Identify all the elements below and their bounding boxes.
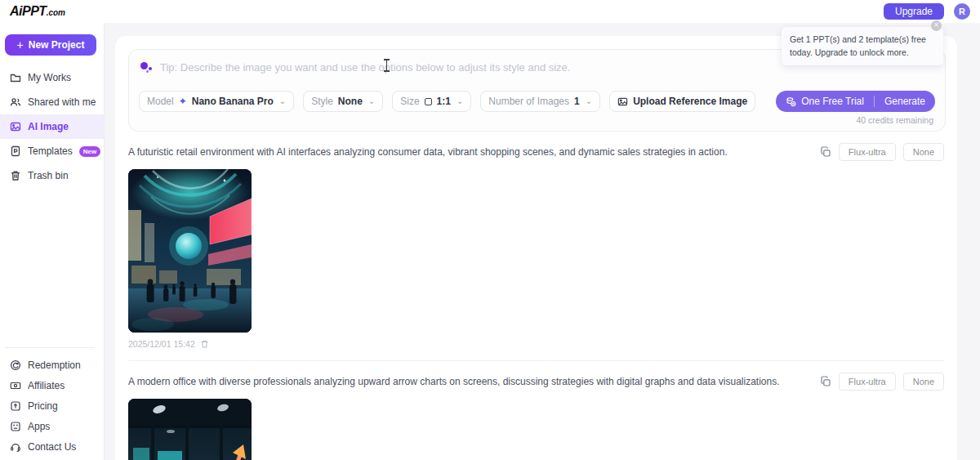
generate-button-group: One Free Trial Generate (776, 91, 935, 112)
pricing-icon (10, 400, 21, 412)
upload-reference-image-button[interactable]: Upload Reference Image (609, 91, 755, 112)
chevron-down-icon: ⌄ (279, 97, 286, 105)
sidebar-item-apps[interactable]: Apps (0, 416, 100, 436)
sidebar-item-redemption[interactable]: Redemption (0, 355, 100, 375)
model-tag[interactable]: Flux-ultra (839, 143, 896, 161)
magic-sparkle-icon (140, 61, 152, 73)
template-doc-icon (10, 145, 21, 157)
delete-generation-button[interactable] (200, 339, 209, 349)
redemption-icon (10, 360, 21, 371)
sidebar-item-ai-image[interactable]: AI Image (0, 114, 104, 139)
model-sparkle-icon: ✦ (179, 96, 187, 107)
banknote-icon (10, 380, 21, 391)
image-count-select[interactable]: Number of Images 1 ⌄ (480, 91, 600, 112)
ai-image-icon (10, 121, 21, 132)
size-select[interactable]: Size 1:1 ⌄ (392, 91, 471, 112)
top-bar: AiPPT.com Upgrade R (0, 0, 980, 23)
content-panel: Tip: Describe the image you want and use… (115, 36, 957, 460)
people-icon (10, 96, 21, 108)
upload-image-icon (617, 96, 628, 107)
generation-timestamp: 2025/12/01 15:42 (128, 339, 195, 349)
sidebar-item-affiliates[interactable]: Affiliates (0, 375, 100, 395)
style-tag[interactable]: None (903, 373, 944, 391)
trash-icon (10, 170, 21, 181)
history-row: A futuristic retail environment with AI … (128, 143, 944, 361)
chevron-down-icon: ⌄ (457, 97, 463, 105)
one-free-trial-button[interactable]: One Free Trial (776, 91, 874, 112)
sidebar: + New Project My Works Shared with me AI… (0, 23, 105, 460)
copy-icon (820, 376, 831, 387)
user-avatar[interactable]: R (954, 3, 970, 20)
apps-icon (10, 421, 21, 432)
credits-remaining: 40 credits remaining (129, 115, 945, 131)
prompt-placeholder: Tip: Describe the image you want and use… (160, 60, 570, 74)
copy-prompt-button[interactable] (820, 146, 831, 158)
trash-icon (200, 339, 209, 349)
main-area: Tip: Describe the image you want and use… (105, 23, 980, 460)
sidebar-item-templates[interactable]: Templates New (0, 139, 104, 163)
history-row: A modern office with diverse professiona… (128, 373, 944, 460)
plus-icon: + (17, 39, 24, 51)
prompt-text: A modern office with diverse professiona… (128, 376, 820, 387)
style-tag[interactable]: None (903, 143, 944, 161)
sidebar-item-my-works[interactable]: My Works (0, 65, 104, 90)
model-tag[interactable]: Flux-ultra (839, 373, 896, 391)
upgrade-button[interactable]: Upgrade (884, 3, 944, 20)
copy-prompt-button[interactable] (820, 376, 831, 387)
sidebar-item-pricing[interactable]: Pricing (0, 395, 100, 416)
chevron-down-icon: ⌄ (586, 97, 592, 105)
text-cursor-icon (383, 59, 390, 72)
aippt-logo: AiPPT.com (10, 4, 65, 19)
generated-image-futuristic-retail[interactable] (128, 169, 252, 333)
row-divider (128, 360, 944, 361)
coins-icon (786, 96, 796, 107)
chevron-down-icon: ⌄ (368, 97, 375, 105)
style-select[interactable]: Style None ⌄ (303, 91, 383, 112)
model-select[interactable]: Model ✦ Nano Banana Pro ⌄ (139, 91, 294, 112)
sidebar-divider (5, 347, 95, 348)
copy-icon (820, 146, 831, 158)
free-quota-tooltip: × Get 1 PPT(s) and 2 template(s) free to… (782, 27, 943, 65)
headset-icon (10, 441, 21, 453)
new-project-button[interactable]: + New Project (5, 34, 96, 56)
sidebar-item-trash-bin[interactable]: Trash bin (0, 163, 104, 188)
aspect-square-icon (425, 98, 432, 105)
close-icon[interactable]: × (931, 20, 942, 31)
folder-icon (10, 72, 21, 83)
generated-image-modern-office[interactable] (128, 399, 252, 460)
new-badge: New (79, 146, 100, 157)
prompt-text: A futuristic retail environment with AI … (128, 146, 820, 158)
sidebar-item-contact-us[interactable]: Contact Us (0, 436, 100, 457)
generate-button[interactable]: Generate (875, 91, 935, 112)
sidebar-item-shared-with-me[interactable]: Shared with me (0, 90, 104, 114)
